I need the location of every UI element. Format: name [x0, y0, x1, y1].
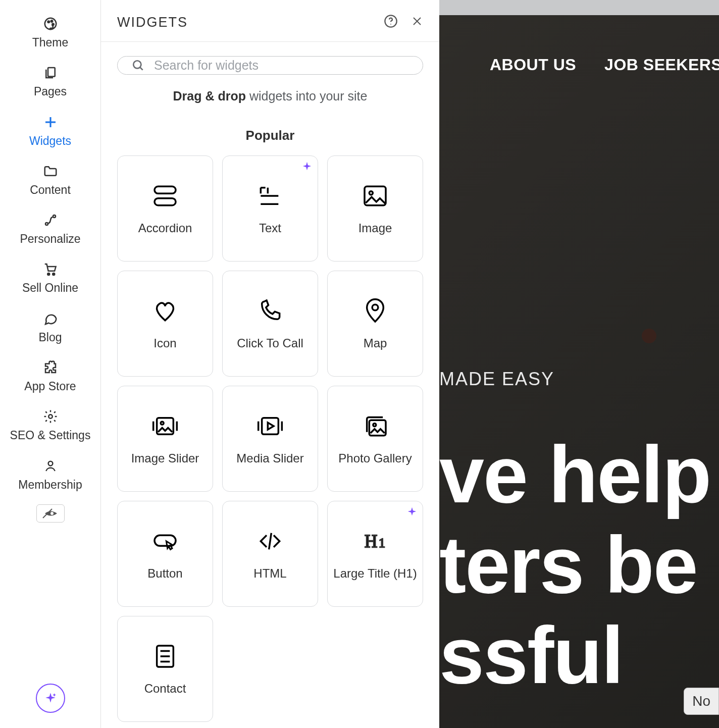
widget-card-contact[interactable]: Contact: [117, 616, 213, 722]
helper-rest: widgets into your site: [246, 89, 367, 103]
widget-card-label: Icon: [153, 336, 176, 351]
gear-icon: [43, 409, 58, 424]
cart-icon: [43, 262, 58, 277]
site-top-nav: ABOUT US JOB SEEKERS: [439, 56, 719, 74]
nav-link-about[interactable]: ABOUT US: [490, 56, 576, 74]
widget-card-media-slider[interactable]: Media Slider: [222, 386, 318, 492]
sidebar-item-app-store[interactable]: App Store: [0, 353, 100, 401]
h1-icon: [361, 527, 389, 555]
folder-icon: [43, 164, 58, 179]
widget-card-icon[interactable]: Icon: [117, 271, 213, 377]
sidebar-item-label: Content: [30, 184, 71, 196]
widget-card-map[interactable]: Map: [327, 271, 423, 377]
mediaslider-icon: [256, 412, 284, 440]
hero-line-1: ve help: [439, 429, 719, 519]
hero-line-2: ters be: [439, 519, 719, 610]
hero-heading-fragment: ve help ters be ssful: [439, 429, 719, 701]
contact-icon: [151, 642, 179, 670]
svg-point-6: [133, 61, 141, 68]
widget-card-accordion[interactable]: Accordion: [117, 155, 213, 262]
sidebar-item-label: Pages: [34, 85, 67, 98]
mappin-icon: [361, 297, 389, 325]
route-icon: [43, 213, 58, 228]
html-icon: [256, 527, 284, 555]
hero-line-3: ssful: [439, 610, 719, 700]
imageslider-icon: [151, 412, 179, 440]
sidebar-item-personalize[interactable]: Personalize: [0, 205, 100, 253]
help-button[interactable]: [384, 14, 398, 30]
widget-card-label: HTML: [253, 566, 286, 581]
sidebar-item-label: Theme: [32, 36, 69, 49]
sidebar-item-label: Sell Online: [22, 282, 78, 294]
phone-icon: [256, 297, 284, 325]
ai-assistant-button[interactable]: [36, 684, 65, 713]
sidebar-item-label: Personalize: [20, 233, 80, 245]
svg-point-3: [390, 24, 391, 25]
widget-card-image[interactable]: Image: [327, 155, 423, 262]
help-icon: [384, 14, 398, 28]
search-icon: [132, 59, 145, 72]
widget-card-label: Click To Call: [237, 336, 303, 351]
helper-bold: Drag & drop: [173, 89, 246, 103]
widget-card-image-slider[interactable]: Image Slider: [117, 386, 213, 492]
sidebar-item-content[interactable]: Content: [0, 157, 100, 204]
widget-card-label: Image Slider: [131, 451, 199, 466]
widget-card-label: Map: [364, 336, 387, 351]
sidebar-item-label: Widgets: [29, 135, 71, 147]
plus-icon: [43, 115, 58, 130]
helper-text: Drag & drop widgets into your site: [117, 89, 423, 103]
site-preview-canvas[interactable]: ABOUT US JOB SEEKERS MADE EASY ve help t…: [439, 0, 719, 728]
image-icon: [361, 182, 389, 210]
left-sidebar: Theme Pages Widgets Content Personalize …: [0, 0, 101, 728]
bottom-right-chip[interactable]: No: [684, 688, 719, 715]
sparkle-icon: [44, 692, 57, 705]
widget-card-label: Photo Gallery: [338, 451, 412, 466]
panel-header: WIDGETS: [101, 0, 439, 42]
sidebar-item-theme[interactable]: Theme: [0, 9, 100, 57]
ai-sparkle-icon: [406, 506, 418, 519]
widgets-panel: WIDGETS: [101, 0, 439, 728]
accordion-icon: [151, 182, 179, 210]
sidebar-item-membership[interactable]: Membership: [0, 451, 100, 499]
pages-icon: [43, 65, 58, 80]
chat-icon: [43, 311, 58, 326]
ai-sparkle-icon: [301, 161, 313, 174]
widget-card-label: Media Slider: [236, 451, 303, 466]
person-icon: [43, 458, 58, 474]
widget-card-label: Text: [259, 221, 281, 236]
sidebar-item-label: SEO & Settings: [10, 429, 91, 442]
hero-tagline-fragment: MADE EASY: [439, 369, 554, 390]
widget-card-button[interactable]: Button: [117, 501, 213, 607]
section-heading: Popular: [117, 128, 423, 143]
widget-card-text[interactable]: Text: [222, 155, 318, 262]
widget-card-label: Button: [147, 566, 182, 581]
widget-card-label: Image: [358, 221, 392, 236]
sidebar-item-label: Membership: [18, 479, 82, 491]
button-icon: [151, 527, 179, 555]
eye-off-icon: [42, 508, 59, 519]
svg-line-7: [140, 67, 142, 70]
gallery-icon: [361, 412, 389, 440]
svg-point-1: [50, 512, 54, 515]
widget-card-label: Accordion: [138, 221, 192, 236]
widget-card-photo-gallery[interactable]: Photo Gallery: [327, 386, 423, 492]
text-icon: [256, 182, 284, 210]
widget-card-label: Large Title (H1): [333, 566, 417, 581]
sidebar-item-label: App Store: [24, 380, 76, 393]
close-panel-button[interactable]: [411, 15, 423, 29]
widget-search[interactable]: [117, 56, 423, 75]
preview-toggle[interactable]: [36, 504, 65, 523]
widget-search-input[interactable]: [154, 58, 408, 73]
sidebar-item-pages[interactable]: Pages: [0, 58, 100, 106]
sidebar-item-seo-settings[interactable]: SEO & Settings: [0, 402, 100, 450]
sidebar-item-widgets[interactable]: Widgets: [0, 108, 100, 155]
sidebar-item-blog[interactable]: Blog: [0, 304, 100, 352]
widget-card-html[interactable]: HTML: [222, 501, 318, 607]
widget-card-click-to-call[interactable]: Click To Call: [222, 271, 318, 377]
sidebar-item-label: Blog: [38, 331, 62, 344]
heart-icon: [151, 297, 179, 325]
sidebar-item-sell-online[interactable]: Sell Online: [0, 254, 100, 302]
nav-link-jobseekers[interactable]: JOB SEEKERS: [604, 56, 719, 74]
widget-card-large-title-h1-[interactable]: Large Title (H1): [327, 501, 423, 607]
panel-title: WIDGETS: [117, 15, 188, 30]
